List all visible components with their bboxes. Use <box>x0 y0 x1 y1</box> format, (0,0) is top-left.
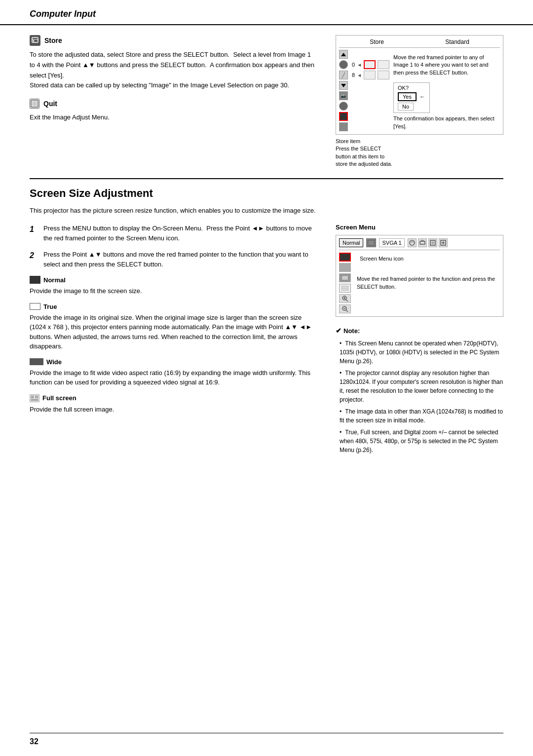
screen-menu-icon-desc-text: Screen Menu icon <box>360 256 404 262</box>
note-item-3: • The image data in other than XGA (1024… <box>336 407 503 425</box>
store-icons-col: ╱ 📷 <box>339 50 348 131</box>
store-title: Store <box>44 37 62 44</box>
store-body: To store the adjusted data, select Store… <box>30 50 316 91</box>
feature-fullscreen-header: Full screen <box>30 394 316 402</box>
sm-icons-col <box>339 253 351 313</box>
store-icon-slash: ╱ <box>339 71 348 79</box>
feature-true-header: True <box>30 303 316 310</box>
feature-fullscreen: Full screen Provide the full screen imag… <box>30 394 316 415</box>
store-value-2: 8 <box>352 72 355 78</box>
arrow-indicator: ← <box>419 93 425 100</box>
confirm-area: OK? Yes ← No <box>393 80 500 130</box>
store-right-notes: Move the red framed pointer to any of Im… <box>393 50 500 131</box>
feature-fullscreen-title: Full screen <box>42 394 76 402</box>
step-1: 1 Press the MENU button to display the O… <box>30 224 316 243</box>
feature-true-text: Provide the image in its original size. … <box>30 313 316 351</box>
svg-rect-10 <box>368 240 374 245</box>
feature-wide-header: Wide <box>30 358 316 366</box>
store-diagram-standard-label: Standard <box>445 38 469 45</box>
sm-icon-magnify-plus <box>339 294 351 303</box>
sm-right-desc: Screen Menu icon Move the red framed poi… <box>355 253 500 313</box>
store-diagram: Store Standard ╱ 📷 <box>336 35 503 135</box>
ssa-right: Screen Menu Normal SVGA 1 <box>336 224 503 457</box>
screen-menu-thumb <box>366 238 376 247</box>
menu-icon-2 <box>418 238 427 247</box>
ssa-body: 1 Press the MENU button to display the O… <box>30 224 503 457</box>
ssa-intro: This projector has the picture screen re… <box>30 206 503 216</box>
quit-title: Quit <box>43 100 57 108</box>
ssa-title: Screen Size Adjustment <box>30 187 503 200</box>
step-2: 2 Press the Point ▲▼ buttons and move th… <box>30 250 316 269</box>
store-icon <box>30 35 40 46</box>
note-bullet-4: • <box>340 429 342 436</box>
normal-icon <box>30 276 40 284</box>
store-right-desc: Move the red framed pointer to any of Im… <box>393 54 500 76</box>
feature-wide-text: Provide the image to fit wide video aspe… <box>30 368 316 387</box>
wide-icon <box>30 358 43 365</box>
sm-icon-magnify-minus <box>339 304 351 313</box>
sm-icon-3 <box>339 273 351 282</box>
note-item-2: • The projector cannot display any resol… <box>336 369 503 404</box>
step-1-text: Press the MENU button to display the On-… <box>43 224 316 243</box>
section-divider <box>30 178 503 179</box>
yes-button[interactable]: Yes <box>398 92 417 101</box>
note-item-1: • This Screen Menu cannot be operated wh… <box>336 339 503 366</box>
store-caption-line3: button at this item to <box>336 153 384 159</box>
store-icon-bottom <box>339 122 348 131</box>
feature-fullscreen-text: Provide the full screen image. <box>30 405 316 415</box>
store-row-1: 0 ◄ <box>352 60 389 69</box>
feature-true-title: True <box>43 303 57 310</box>
menu-icons-row <box>408 238 448 247</box>
sm-icon-4 <box>339 284 351 293</box>
screen-menu-diagram: Normal SVGA 1 <box>336 235 503 317</box>
svg-rect-8 <box>31 399 38 401</box>
sm-icon-2 <box>339 263 351 272</box>
menu-icon-3 <box>428 238 437 247</box>
store-img-1 <box>364 60 376 69</box>
page: Computer Input Store To st <box>0 0 533 756</box>
menu-icon-4 <box>439 238 448 247</box>
svga-label: SVGA 1 <box>379 238 404 247</box>
store-icon-triangle-up <box>339 50 348 59</box>
menu-icon-1 <box>408 238 417 247</box>
screen-menu-pointer-desc: Move the red framed pointer to the funct… <box>357 275 500 291</box>
feature-normal-header: Normal <box>30 276 316 284</box>
store-diagram-body: ╱ 📷 0 <box>339 50 500 131</box>
store-value-1: 0 <box>352 62 355 68</box>
store-icon-camera: 📷 <box>339 91 348 100</box>
store-diagram-wrapper: ╱ 📷 0 <box>339 50 500 131</box>
store-img-3 <box>364 71 376 79</box>
screen-menu-icon-desc: Screen Menu icon <box>360 255 500 263</box>
svg-point-2 <box>33 40 35 42</box>
store-diagram-store-label: Store <box>370 38 384 45</box>
svg-line-23 <box>346 300 348 302</box>
store-right: Store Standard ╱ 📷 <box>336 35 503 168</box>
quit-header: Quit <box>30 99 316 109</box>
header-section: Computer Input <box>0 0 533 25</box>
store-caption-line4: store the adjusted data. <box>336 161 392 167</box>
footer: 32 <box>30 733 503 746</box>
svg-point-11 <box>410 240 415 245</box>
page-number: 32 <box>30 737 38 746</box>
svg-rect-19 <box>342 276 348 280</box>
sm-icon-1 <box>339 253 351 262</box>
note-text-3: The image data in other than XGA (1024x7… <box>340 408 503 424</box>
quit-body: Exit the Image Adjust Menu. <box>30 113 316 122</box>
confirm-row-no: No <box>398 103 425 111</box>
store-controls-col: 0 ◄ 8 ◄ <box>352 50 389 131</box>
header-title: Computer Input <box>30 9 96 19</box>
svg-line-27 <box>346 310 348 312</box>
store-row-2: 8 ◄ <box>352 71 389 79</box>
note-text-2: The projector cannot display any resolut… <box>340 370 503 403</box>
quit-icon <box>30 99 39 109</box>
no-button[interactable]: No <box>398 103 414 111</box>
store-left: Store To store the adjusted data, select… <box>30 35 316 168</box>
note-bullet-3: • <box>340 408 342 415</box>
note-bullet-2: • <box>340 370 342 377</box>
note-check-icon: ✔ <box>336 326 342 336</box>
svg-rect-0 <box>32 38 38 42</box>
store-img-2 <box>378 60 389 69</box>
feature-wide-title: Wide <box>46 358 62 366</box>
svg-rect-6 <box>31 396 34 398</box>
store-arrow-2: ◄ <box>357 73 362 78</box>
